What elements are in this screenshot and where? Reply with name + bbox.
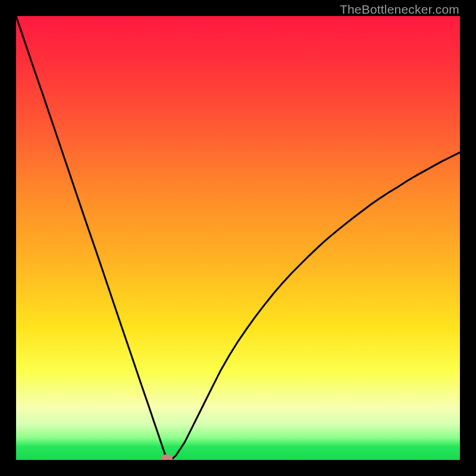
chart-frame: TheBottlenecker.com — [0, 0, 476, 476]
minimum-point-marker — [162, 455, 173, 460]
plot-area — [16, 16, 460, 460]
watermark-text: TheBottlenecker.com — [340, 2, 459, 17]
bottleneck-curve — [16, 16, 460, 460]
